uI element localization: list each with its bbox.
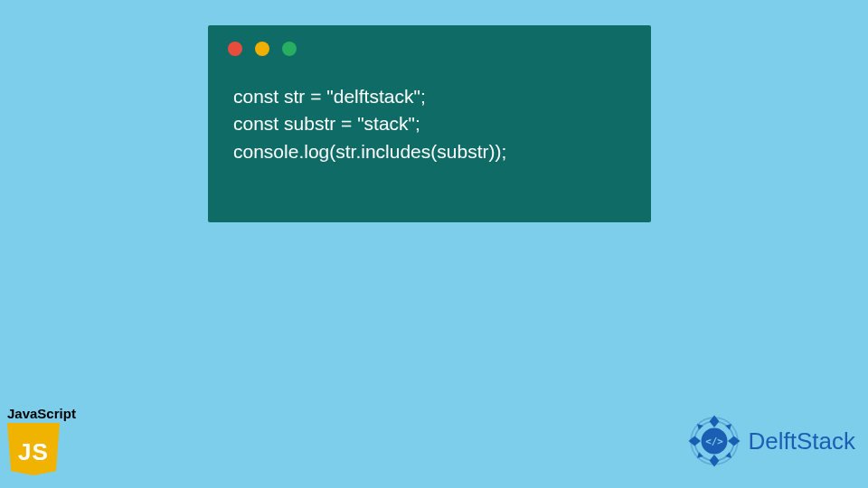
close-icon [228,42,242,56]
javascript-logo-icon: JS [7,423,60,475]
svg-text:</>: </> [705,436,723,447]
delftstack-logo: </> DelftStack [684,410,856,472]
delftstack-emblem-icon: </> [684,410,745,472]
javascript-badge: JavaScript JS [7,406,76,475]
code-content: const str = "delftstack"; const substr =… [208,56,651,165]
maximize-icon [282,42,297,56]
javascript-logo-text: JS [7,438,60,466]
code-line-3: console.log(str.includes(substr)); [233,138,626,165]
code-line-2: const substr = "stack"; [233,110,626,137]
code-line-1: const str = "delftstack"; [233,83,626,110]
javascript-label: JavaScript [7,406,76,421]
window-controls [208,25,651,56]
minimize-icon [255,42,269,56]
delftstack-brand-text: DelftStack [749,427,856,455]
code-window: const str = "delftstack"; const substr =… [208,25,651,222]
